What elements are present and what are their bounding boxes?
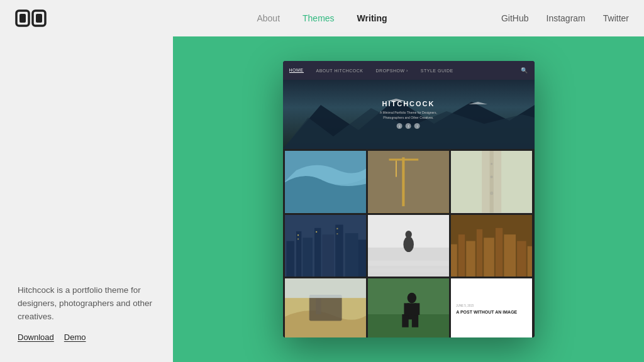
svg-rect-1 <box>19 14 26 23</box>
svg-rect-21 <box>296 231 301 277</box>
preview-hero-content: HITCHCOCK A Minimal Portfolio Theme for … <box>380 100 437 129</box>
nav-themes[interactable]: Themes <box>303 13 335 23</box>
right-nav: GitHub Instagram Twitter <box>501 13 629 23</box>
svg-point-36 <box>405 230 411 238</box>
preview-image-grid: JUNE 5, 2015 A POST WITHOUT AN IMAGE <box>283 149 535 337</box>
download-link[interactable]: Download <box>18 332 54 342</box>
preview-navigation: HOME ABOUT HITCHCOCK DROPSHOW › STYLE GU… <box>283 61 535 80</box>
preview-nav-about: ABOUT HITCHCOCK <box>316 69 364 73</box>
left-panel: Hitchcock is a portfolio theme for desig… <box>0 36 173 362</box>
svg-rect-28 <box>297 234 299 236</box>
demo-link[interactable]: Demo <box>64 332 86 342</box>
center-nav: About Themes Writing <box>257 13 387 23</box>
svg-rect-25 <box>335 224 343 277</box>
svg-rect-37 <box>368 260 449 265</box>
svg-rect-29 <box>297 238 299 239</box>
svg-rect-38 <box>368 268 449 272</box>
preview-hero: HITCHCOCK A Minimal Portfolio Theme for … <box>283 80 535 149</box>
text-post-date: JUNE 5, 2015 <box>456 304 474 307</box>
svg-rect-12 <box>396 161 397 177</box>
svg-rect-59 <box>412 314 418 327</box>
preview-hero-title: HITCHCOCK <box>380 100 437 107</box>
preview-nav-home: HOME <box>289 68 304 73</box>
nav-instagram[interactable]: Instagram <box>547 13 586 23</box>
svg-rect-52 <box>316 298 321 314</box>
theme-showcase-panel: HOME ABOUT HITCHCOCK DROPSHOW › STYLE GU… <box>173 36 644 362</box>
svg-rect-51 <box>309 295 341 321</box>
svg-rect-3 <box>36 14 42 23</box>
svg-rect-11 <box>389 158 418 160</box>
svg-rect-31 <box>336 228 338 229</box>
nav-github[interactable]: GitHub <box>501 13 529 23</box>
grid-cell-fog <box>368 215 449 277</box>
grid-cell-city1 <box>285 215 366 277</box>
nav-about[interactable]: About <box>257 13 280 23</box>
svg-point-16 <box>491 163 492 165</box>
svg-rect-15 <box>490 151 494 213</box>
preview-instagram-icon: i <box>414 123 420 129</box>
preview-social-icons: t f i <box>380 123 437 129</box>
grid-cell-person <box>368 278 449 337</box>
nav-twitter[interactable]: Twitter <box>603 13 629 23</box>
svg-rect-23 <box>314 228 321 277</box>
preview-twitter-icon: t <box>397 123 402 129</box>
svg-point-17 <box>491 175 493 178</box>
action-links: Download Demo <box>18 332 155 342</box>
theme-description: Hitchcock is a portfolio theme for desig… <box>18 284 155 324</box>
nav-writing[interactable]: Writing <box>357 13 387 23</box>
site-logo[interactable] <box>15 8 48 28</box>
svg-rect-60 <box>404 303 409 315</box>
svg-rect-49 <box>451 215 532 277</box>
svg-rect-61 <box>414 303 419 315</box>
grid-cell-text-post: JUNE 5, 2015 A POST WITHOUT AN IMAGE <box>451 278 532 337</box>
grid-cell-dots-pattern <box>451 151 532 213</box>
svg-rect-24 <box>322 234 334 277</box>
svg-rect-22 <box>303 238 313 277</box>
svg-point-18 <box>490 192 493 195</box>
svg-rect-27 <box>358 239 366 277</box>
preview-nav-style: STYLE GUIDE <box>421 69 453 73</box>
theme-preview-window: HOME ABOUT HITCHCOCK DROPSHOW › STYLE GU… <box>283 61 535 337</box>
preview-facebook-icon: f <box>406 123 411 129</box>
svg-rect-30 <box>316 231 317 232</box>
svg-point-35 <box>403 236 414 252</box>
grid-cell-sand <box>285 278 366 337</box>
grid-cell-city3 <box>451 215 532 277</box>
grid-cell-aerial <box>285 151 366 213</box>
svg-rect-58 <box>402 314 408 327</box>
text-post-title: A POST WITHOUT AN IMAGE <box>456 309 517 315</box>
svg-rect-53 <box>285 278 366 298</box>
svg-rect-32 <box>336 233 338 234</box>
preview-nav-dropshow: DROPSHOW › <box>376 69 408 73</box>
svg-point-56 <box>407 293 416 304</box>
svg-rect-26 <box>345 233 358 277</box>
grid-cell-crane <box>368 151 449 213</box>
preview-hero-subtitle: A Minimal Portfolio Theme for Designers,… <box>380 110 437 120</box>
preview-search-icon: 🔍 <box>521 67 528 74</box>
svg-rect-10 <box>402 157 404 206</box>
svg-rect-20 <box>286 241 294 277</box>
